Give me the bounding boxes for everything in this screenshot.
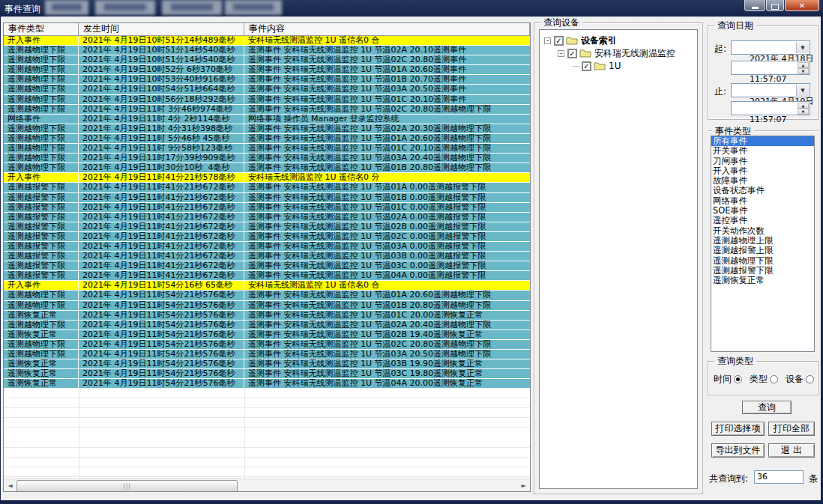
event-type-item[interactable]: 遥测越物理上限 — [711, 236, 814, 246]
table-row[interactable]: 遥测恢复正常2021年 4月19日11时54分21秒576毫秒遥测事件 安科瑞无… — [4, 359, 530, 369]
collapse-icon[interactable]: - — [558, 50, 564, 57]
tree-node-monitor[interactable]: - ✓ 安科瑞无线测温监控 — [558, 47, 675, 59]
table-row[interactable]: 开入事件2021年 4月19日11时41分21秒578毫秒安科瑞无线测温监控 1… — [4, 173, 530, 183]
table-row[interactable]: 遥测越报警下限2021年 4月19日11时41分21秒672毫秒遥测事件 安科瑞… — [4, 252, 530, 261]
table-row[interactable]: 遥测越物理下限2021年 4月19日10时52分 6秒370毫秒遥测事件 安科瑞… — [4, 65, 530, 75]
table-row[interactable]: 遥测越报警下限2021年 4月19日11时41分21秒672毫秒遥测事件 安科瑞… — [4, 193, 530, 203]
table-row[interactable]: 遥测越报警下限2021年 4月19日11时41分21秒672毫秒遥测事件 安科瑞… — [4, 222, 530, 232]
table-row[interactable]: 遥测越报警下限2021年 4月19日11时41分21秒672毫秒遥测事件 安科瑞… — [4, 203, 530, 213]
spin-down-icon[interactable]: ▼ — [798, 109, 809, 115]
table-row[interactable]: 遥测恢复正常2021年 4月19日11时54分21秒576毫秒遥测事件 安科瑞无… — [4, 330, 530, 340]
event-type-item[interactable]: 遥测恢复正常 — [711, 276, 814, 285]
table-row[interactable]: 遥测越物理下限2021年 4月19日10时56分18秒292毫秒遥测事件 安科瑞… — [4, 95, 530, 105]
scrollbar-thumb[interactable]: ||| — [16, 480, 238, 492]
horizontal-scrollbar[interactable]: ◄ ||| ► — [4, 479, 530, 491]
table-row[interactable]: 开入事件2021年 4月19日10时51分14秒489毫秒安科瑞无线测温监控 1… — [4, 36, 530, 46]
radio-unselected-icon[interactable] — [806, 375, 814, 383]
radio-unselected-icon[interactable] — [770, 375, 778, 383]
table-row[interactable]: 遥测越物理下限2021年 4月19日11时54分21秒576毫秒遥测事件 安科瑞… — [4, 301, 530, 311]
event-type-item[interactable]: 遥测越报警下限 — [711, 266, 814, 276]
print-selected-button[interactable]: 打印选择项 — [711, 422, 765, 436]
table-row[interactable]: 遥测越报警下限2021年 4月19日11时41分21秒672毫秒遥测事件 安科瑞… — [4, 271, 530, 281]
event-type-item[interactable]: 刀闸事件 — [711, 157, 814, 166]
to-time-spinner[interactable]: 11:57:07 ▲▼ — [731, 101, 810, 115]
event-type-item[interactable]: 故障事件 — [711, 176, 814, 186]
table-row[interactable]: 遥测越物理下限2021年 4月19日11时 5分46秒 45毫秒遥测事件 安科瑞… — [4, 134, 530, 144]
scroll-right-icon[interactable]: ► — [517, 479, 530, 491]
table-row[interactable]: 遥测越物理下限2021年 4月19日10时54分51秒664毫秒遥测事件 安科瑞… — [4, 85, 530, 94]
table-row[interactable]: 遥测越物理下限2021年 4月19日10时53分40秒916毫秒遥测事件 安科瑞… — [4, 75, 530, 85]
table-row[interactable]: 遥测越物理下限2021年 4月19日11时 4分31秒398毫秒遥测事件 安科瑞… — [4, 124, 530, 134]
table-row[interactable]: 遥测越报警下限2021年 4月19日11时41分21秒672毫秒遥测事件 安科瑞… — [4, 232, 530, 242]
cell-type: 遥测越物理下限 — [4, 134, 79, 143]
cell-type: 遥测恢复正常 — [4, 369, 79, 378]
checkbox-checked-icon[interactable]: ✓ — [554, 36, 564, 46]
table-row[interactable]: 遥测越物理下限2021年 4月19日11时54分21秒576毫秒遥测事件 安科瑞… — [4, 291, 530, 300]
spin-down-icon[interactable]: ▼ — [798, 68, 809, 74]
tree-node-1u[interactable]: ✓ 1U — [573, 60, 621, 72]
cell-content: 遥测事件 安科瑞无线测温监控 1U 节温01C 20.10遥测事件 — [244, 95, 530, 104]
from-date-combo[interactable]: 2021年 4月18日 ▼ — [731, 40, 810, 55]
scroll-left-icon[interactable]: ◄ — [4, 479, 16, 491]
table-row[interactable]: 网络事件2021年 4月19日11时 4分 2秒114毫秒网络事项 操作员 Ma… — [4, 115, 530, 124]
column-header[interactable]: 事件类型 — [4, 23, 79, 35]
event-type-item[interactable]: 开入事件 — [711, 166, 814, 176]
tree-node-label: 设备索引 — [581, 34, 617, 47]
print-all-button[interactable]: 打印全部 — [768, 422, 815, 436]
event-type-item[interactable]: 遥测越报警上限 — [711, 246, 814, 255]
radio-type[interactable]: 类型 — [750, 373, 778, 386]
table-row[interactable]: 遥测恢复正常2021年 4月19日11时54分21秒576毫秒遥测事件 安科瑞无… — [4, 311, 530, 321]
event-type-item[interactable]: 开关动作次数 — [711, 226, 814, 236]
collapse-icon[interactable]: - — [544, 37, 551, 44]
table-row[interactable]: 遥测恢复正常2021年 4月19日11时54分21秒576毫秒遥测事件 安科瑞无… — [4, 369, 530, 379]
table-row[interactable]: 遥测越物理下限2021年 4月19日11时 9分58秒123毫秒遥测事件 安科瑞… — [4, 144, 530, 154]
checkbox-checked-icon[interactable]: ✓ — [567, 49, 577, 58]
table-row[interactable]: 遥测越物理下限2021年 4月19日10时51分14秒540毫秒遥测事件 安科瑞… — [4, 55, 530, 65]
table-row[interactable]: 开入事件2021年 4月19日11时54分16秒 65毫秒安科瑞无线测温监控 1… — [4, 281, 530, 291]
table-row[interactable]: 遥测越物理下限2021年 4月19日11时 3分46秒974毫秒遥测事件 安科瑞… — [4, 105, 530, 115]
table-row[interactable]: 遥测越物理下限2021年 4月19日11时54分21秒576毫秒遥测事件 安科瑞… — [4, 350, 530, 359]
event-type-item[interactable]: 网络事件 — [711, 196, 814, 206]
title-bar: 事件查询 — [0, 0, 823, 16]
table-row[interactable]: 遥测越报警下限2021年 4月19日11时41分21秒672毫秒遥测事件 安科瑞… — [4, 261, 530, 271]
cell-type: 遥测越物理下限 — [4, 301, 79, 310]
chevron-down-icon[interactable]: ▼ — [796, 85, 809, 96]
window-title: 事件查询 — [4, 3, 40, 16]
event-type-item[interactable]: 设备状态事件 — [711, 186, 814, 195]
event-type-item[interactable]: 所有事件 — [711, 136, 814, 146]
table-row[interactable]: 遥测越报警下限2021年 4月19日11时41分21秒672毫秒遥测事件 安科瑞… — [4, 242, 530, 252]
checkbox-checked-icon[interactable]: ✓ — [582, 61, 591, 71]
radio-selected-icon[interactable] — [734, 375, 742, 383]
column-header[interactable]: 发生时间 — [79, 23, 244, 35]
to-date-combo[interactable]: 2021年 4月19日 ▼ — [731, 83, 810, 97]
table-row[interactable]: 遥测越物理下限2021年 4月19日10时51分14秒540毫秒遥测事件 安科瑞… — [4, 46, 530, 55]
query-button[interactable]: 查询 — [742, 401, 792, 414]
cell-time: 2021年 4月19日11时41分21秒672毫秒 — [79, 271, 244, 280]
close-button[interactable]: ✕ — [785, 0, 819, 11]
radio-time[interactable]: 时间 — [714, 373, 742, 386]
table-row[interactable]: 遥测越物理下限2021年 4月19日11时17分39秒909毫秒遥测事件 安科瑞… — [4, 154, 530, 163]
from-time-spinner[interactable]: 11:57:07 ▲▼ — [731, 61, 810, 75]
minimize-button[interactable] — [744, 0, 765, 11]
event-type-item[interactable]: 遥测越物理下限 — [711, 256, 814, 266]
event-type-item[interactable]: SOE事件 — [711, 206, 814, 216]
table-row[interactable]: 遥测越报警下限2021年 4月19日11时41分21秒672毫秒遥测事件 安科瑞… — [4, 213, 530, 222]
exit-button[interactable]: 退 出 — [768, 443, 815, 458]
table-row[interactable]: 遥测越物理下限2021年 4月19日11时54分21秒576毫秒遥测事件 安科瑞… — [4, 340, 530, 350]
export-button[interactable]: 导出到文件 — [711, 443, 765, 458]
table-row[interactable]: 遥测越物理下限2021年 4月19日11时54分21秒576毫秒遥测事件 安科瑞… — [4, 321, 530, 330]
maximize-icon — [771, 4, 779, 10]
table-row[interactable]: 遥测越物理下限2021年 4月19日11时30分10秒 4毫秒遥测事件 安科瑞无… — [4, 163, 530, 173]
event-type-item[interactable]: 开关事件 — [711, 146, 814, 156]
table-row[interactable]: 遥测越报警下限2021年 4月19日11时41分21秒672毫秒遥测事件 安科瑞… — [4, 183, 530, 192]
spin-up-icon[interactable]: ▲ — [798, 103, 809, 109]
table-row[interactable]: 遥测恢复正常2021年 4月19日11时54分21秒576毫秒遥测事件 安科瑞无… — [4, 379, 530, 389]
maximize-button[interactable] — [766, 0, 784, 11]
spin-up-icon[interactable]: ▲ — [798, 62, 809, 68]
table-header: 事件类型发生时间事件内容 — [4, 23, 530, 36]
chevron-down-icon[interactable]: ▼ — [796, 42, 809, 53]
radio-device[interactable]: 设备 — [786, 373, 814, 386]
event-type-item[interactable]: 遥控事件 — [711, 216, 814, 225]
tree-node-device-index[interactable]: - ✓ 设备索引 — [544, 34, 617, 46]
column-header[interactable]: 事件内容 — [244, 23, 530, 35]
